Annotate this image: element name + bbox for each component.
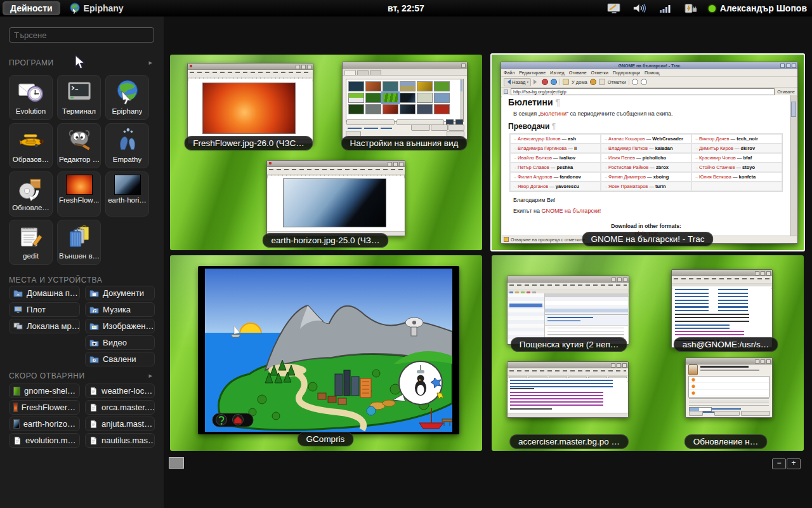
- window-gimp-freshflower[interactable]: [187, 63, 313, 144]
- translator-cell: Ивайло Вълковivalkov: [510, 153, 601, 163]
- programs-expand-icon[interactable]: ▸: [148, 58, 152, 67]
- battery-icon[interactable]: [683, 3, 697, 14]
- app-label: Редактор …: [59, 156, 99, 163]
- translator-name-link: Ясен Праматаров: [604, 184, 648, 189]
- workspace-3[interactable]: GCompris: [170, 255, 482, 451]
- add-workspace-button[interactable]: +: [787, 458, 801, 469]
- document-icon: [89, 387, 98, 396]
- translator-cell: Илия Пеневpicholicho: [601, 153, 691, 163]
- app-menu-button[interactable]: Epiphany: [69, 3, 124, 14]
- workspace-4[interactable]: Пощенска кутия (2 неп… ash@GNOME:/usr/s……: [492, 255, 804, 451]
- workspace-2-active[interactable]: GNOME на български! - Trac ФайлРедактира…: [490, 53, 805, 251]
- app-epiphany[interactable]: Epiphany: [105, 75, 149, 120]
- user-menu[interactable]: Александър Шопов: [709, 3, 807, 13]
- display-icon[interactable]: [607, 3, 621, 14]
- updates-icon: [688, 364, 698, 375]
- stop-icon: [542, 79, 548, 85]
- recent-item[interactable]: weather-loc…: [85, 384, 155, 398]
- app-freshflower-image[interactable]: FreshFlow…: [57, 171, 101, 217]
- browser-menu-item: Отиване: [569, 70, 587, 75]
- place-pictures[interactable]: Изображен…: [85, 319, 155, 333]
- browser-menu-item: Отметки: [591, 70, 608, 75]
- recent-item[interactable]: anjuta.mast…: [85, 417, 155, 431]
- translator-nick: ii: [566, 145, 577, 151]
- recent-item[interactable]: earth-horizo…: [9, 417, 80, 431]
- window-update-manager[interactable]: [685, 358, 773, 418]
- document-icon: [89, 403, 98, 412]
- recent-label: earth-horizo…: [23, 419, 75, 429]
- place-documents[interactable]: Документи: [85, 286, 155, 300]
- network-signal-icon[interactable]: [659, 4, 672, 13]
- window-buttons: [296, 65, 311, 69]
- app-empathy[interactable]: Empathy: [105, 123, 149, 168]
- app-gcompris[interactable]: Образов…: [9, 123, 53, 168]
- recent-label: weather-loc…: [102, 386, 152, 396]
- app-evolution[interactable]: Evolution: [9, 75, 53, 120]
- recent-item[interactable]: nautilus.mas…: [85, 433, 155, 448]
- window-buttons: [611, 363, 627, 368]
- page-heading: Бюлетини ¶: [508, 97, 784, 107]
- app-gedit[interactable]: gedit: [9, 220, 53, 265]
- place-desktop[interactable]: Плот: [9, 302, 80, 317]
- translator-name-link: Владимир Петков: [604, 145, 648, 151]
- clock[interactable]: вт, 22:57: [388, 3, 424, 13]
- flower-image: [202, 83, 296, 134]
- window-gcompris[interactable]: [198, 266, 459, 434]
- gedit-icon: [17, 223, 45, 251]
- app-label: gedit: [23, 252, 39, 260]
- update-header: [688, 364, 769, 375]
- recent-item[interactable]: FreshFlower…: [9, 400, 80, 415]
- app-terminal[interactable]: Терминал: [57, 75, 101, 120]
- document-icon: [13, 436, 22, 445]
- recent-item[interactable]: evolution.m…: [9, 433, 80, 448]
- remove-workspace-button[interactable]: −: [772, 458, 786, 469]
- translator-cell: Явор Догановyavorescu: [510, 182, 601, 191]
- canvas: [268, 176, 404, 231]
- place-label: Изображен…: [103, 321, 154, 331]
- activities-button[interactable]: Дейности: [3, 1, 60, 15]
- wallpaper-grid-panel: [346, 79, 464, 122]
- app-updates[interactable]: Обновле…: [9, 171, 53, 217]
- window-appearance-settings[interactable]: [342, 62, 468, 140]
- evolution-icon: [17, 78, 45, 106]
- recent-label: anjuta.mast…: [102, 419, 152, 429]
- earth-thumbnail-icon: [13, 419, 20, 429]
- app-appearance[interactable]: Външен в…: [57, 220, 101, 265]
- search-input[interactable]: [9, 27, 154, 43]
- place-local-network[interactable]: Локална мр…: [9, 319, 80, 333]
- window-titlebar: [672, 270, 772, 276]
- flower-thumbnail-icon: [13, 403, 18, 412]
- window-gedit-accerciser-po[interactable]: [507, 361, 629, 418]
- translator-nick: peshka: [549, 164, 573, 170]
- place-music[interactable]: Музика: [85, 302, 155, 317]
- window-title-text: GNOME на български! - Trac: [619, 64, 681, 68]
- volume-icon[interactable]: [632, 3, 648, 13]
- window-evolution-inbox[interactable]: [507, 276, 629, 345]
- workspace-indicator[interactable]: [169, 457, 184, 469]
- recent-item[interactable]: gnome-shel…: [9, 384, 80, 398]
- translator-cell: Владимира Гиргиноваii: [510, 144, 601, 153]
- app-gimp[interactable]: Редактор …: [57, 123, 101, 168]
- window-epiphany-trac[interactable]: GNOME на български! - Trac ФайлРедактира…: [501, 62, 798, 244]
- recent-section-header: СКОРО ОТВАРЯНИ: [9, 371, 85, 380]
- translator-cell: Юлия Велковаkonfeta: [691, 172, 782, 182]
- places-right-column: Документи Музика Изображен…: [85, 286, 155, 366]
- place-downloads[interactable]: Свалени: [85, 352, 155, 366]
- translator-nick: xboing: [646, 174, 669, 180]
- place-videos[interactable]: Видео: [85, 335, 155, 350]
- install-button: [741, 411, 770, 416]
- color-swatch: [455, 119, 463, 124]
- window-terminal[interactable]: [671, 269, 773, 348]
- recent-expand-icon[interactable]: ▸: [148, 371, 152, 380]
- workspace-1[interactable]: FreshFlower.jpg-26.0 (ЧЗС… Настройки на …: [170, 55, 482, 250]
- pictures-folder-icon: [89, 322, 99, 330]
- translator-cell: Александър Шоповash: [510, 134, 601, 144]
- place-home[interactable]: Домашна п…: [9, 286, 80, 300]
- download-title: Download in other formats:: [508, 223, 784, 229]
- window-gimp-earth-horizon[interactable]: [266, 160, 405, 236]
- window-titlebar: [686, 358, 772, 364]
- app-earth-image[interactable]: earth-hori…: [105, 171, 149, 217]
- header-link-line: [547, 320, 581, 321]
- desktop-icon: [13, 305, 23, 314]
- recent-item[interactable]: orca.master.…: [85, 400, 155, 415]
